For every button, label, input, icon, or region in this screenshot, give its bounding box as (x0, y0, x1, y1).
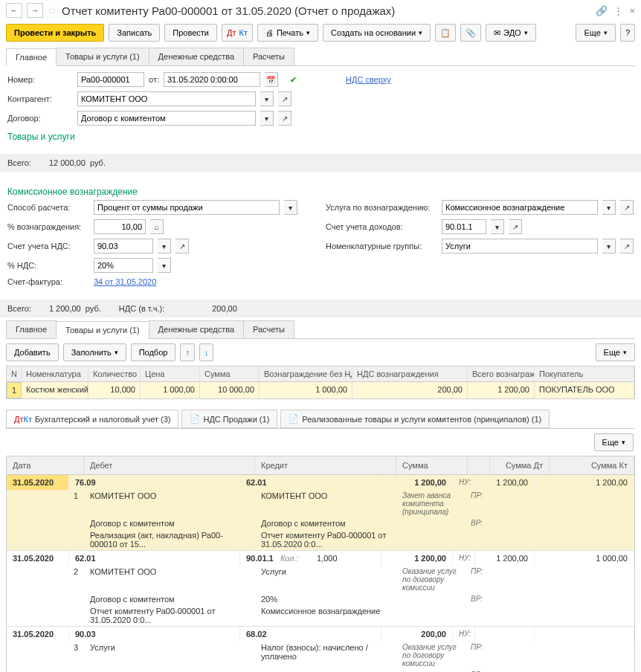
goods-total: 12 000,00 (49, 158, 86, 167)
move-up-button[interactable]: ↑ (180, 343, 195, 361)
income-acc-label: Счет учета доходов: (326, 222, 437, 231)
help-button[interactable]: ? (620, 24, 635, 42)
add-button[interactable]: Добавить (6, 343, 59, 361)
ledger-table: Дата Дебет Кредит Сумма Сумма Дт Сумма К… (6, 456, 635, 672)
grid-more-button[interactable]: Еще (596, 343, 635, 361)
tab-realized[interactable]: 📄 Реализованные товары и услуги комитент… (280, 410, 550, 428)
nom-group-input[interactable] (442, 239, 598, 253)
number-input[interactable] (77, 72, 144, 87)
post-button[interactable]: Провести (164, 24, 217, 42)
open-icon[interactable]: ↗ (278, 91, 291, 106)
counterparty-input[interactable] (77, 91, 256, 106)
table-row[interactable]: 1 Костюм женский 10,000 1 000,00 10 000,… (7, 382, 634, 398)
move-down-button[interactable]: ↓ (199, 343, 214, 361)
ledger-entry[interactable]: 31.05.2020 90.03 68.02 200,00 НУ: 3 Услу… (7, 627, 634, 672)
status-icon: ✔ (290, 75, 297, 85)
entry-date: 31.05.2020 (7, 627, 69, 642)
goods-total-label: Всего: (7, 158, 31, 167)
tab-calc[interactable]: Расчеты (243, 48, 294, 65)
nom-group-label: Номенклатурные группы: (326, 242, 437, 251)
vat-link[interactable]: НДС сверху (346, 75, 391, 84)
edo-button[interactable]: ✉ ЭДО (486, 24, 536, 42)
goods-grid: N Номенклатура Количество Цена Сумма Воз… (6, 366, 635, 399)
comm-total-label: Всего: (7, 304, 31, 313)
service-input[interactable] (442, 200, 598, 215)
tab-vat-sales[interactable]: 📄 НДС Продажи (1) (181, 410, 277, 428)
more-button[interactable]: Еще (576, 24, 615, 42)
tab-main-2[interactable]: Главное (6, 320, 57, 338)
nav-forward-button[interactable]: → (27, 3, 43, 18)
dropdown-icon[interactable]: ▾ (491, 219, 504, 234)
tab-goods-2[interactable]: Товары и услуги (1) (56, 321, 149, 339)
dt-kt-icon: ДтКт (14, 415, 32, 424)
from-label: от: (149, 75, 159, 84)
sheet-icon: 📄 (289, 414, 299, 424)
sheet-icon: 📄 (190, 414, 200, 424)
contract-input[interactable] (77, 111, 256, 126)
ledger-entry[interactable]: 31.05.2020 62.01 90.01.1 Кол.: 1,000 1 2… (7, 551, 634, 627)
dropdown-icon[interactable]: ▾ (260, 111, 274, 126)
invoice-label: Счет-фактура: (7, 277, 89, 286)
close-icon[interactable]: × (629, 5, 635, 16)
percent-input[interactable] (94, 219, 146, 234)
open-icon[interactable]: ↗ (509, 219, 522, 234)
open-icon[interactable]: ↗ (175, 239, 189, 253)
structure-button[interactable]: 📋 (435, 24, 456, 42)
ledger-entry[interactable]: 31.05.2020 76.09 62.01 1 200,00 НУ: 1 20… (7, 475, 634, 551)
calendar-icon[interactable]: 📅 (265, 72, 278, 87)
favorite-star-icon[interactable]: ☆ (48, 4, 57, 16)
attach-button[interactable]: 📎 (460, 24, 481, 42)
date-input[interactable] (164, 72, 260, 87)
service-label: Услуга по вознаграждению: (326, 203, 437, 212)
open-icon[interactable]: ↗ (620, 200, 634, 215)
entry-date: 31.05.2020 (7, 551, 69, 566)
dropdown-icon[interactable]: ▾ (602, 200, 616, 215)
fill-button[interactable]: Заполнить (63, 343, 126, 361)
contract-label: Договор: (7, 114, 73, 123)
comm-vat-label: НДС (в т.ч.): (119, 304, 164, 313)
percent-label: % вознаграждения: (7, 222, 89, 231)
income-acc-input[interactable] (442, 219, 486, 234)
open-icon[interactable]: ↗ (620, 239, 634, 253)
ledger-more-button[interactable]: Еще (594, 433, 634, 451)
tab-cash-2[interactable]: Денежные средства (149, 320, 244, 338)
nav-back-button[interactable]: ← (6, 3, 22, 18)
vat-rate-label: % НДС: (7, 261, 89, 270)
method-label: Способ расчета: (7, 203, 89, 212)
dropdown-icon[interactable]: ▾ (158, 258, 171, 273)
comm-vat: 200,00 (212, 304, 237, 313)
write-button[interactable]: Записать (109, 24, 160, 42)
method-input[interactable] (94, 200, 280, 215)
print-button[interactable]: 🖨 Печать (257, 24, 318, 42)
calc-icon[interactable]: ⌂ (150, 219, 164, 234)
counterparty-label: Контрагент: (7, 94, 73, 103)
commission-heading: Комиссионное вознаграждение (7, 187, 634, 197)
vat-acc-label: Счет учета НДС: (7, 242, 89, 251)
dropdown-icon[interactable]: ▾ (260, 91, 274, 106)
dropdown-icon[interactable]: ▾ (158, 239, 171, 253)
post-and-close-button[interactable]: Провести и закрыть (6, 24, 104, 42)
dt-kt-button[interactable]: ДтКт (222, 24, 253, 42)
open-icon[interactable]: ↗ (278, 111, 291, 126)
vat-rate-input[interactable] (94, 258, 153, 273)
tab-cash[interactable]: Денежные средства (149, 48, 244, 65)
tab-calc-2[interactable]: Расчеты (243, 320, 294, 338)
more-icon[interactable]: ⋮ (613, 5, 623, 16)
tab-main[interactable]: Главное (6, 48, 57, 66)
entry-date: 31.05.2020 (7, 475, 69, 490)
goods-heading: Товары и услуги (7, 132, 634, 142)
dropdown-icon[interactable]: ▾ (284, 200, 297, 215)
dropdown-icon[interactable]: ▾ (602, 239, 616, 253)
pick-button[interactable]: Подбор (131, 343, 176, 361)
create-based-button[interactable]: Создать на основании (323, 24, 431, 42)
page-title: Отчет комитенту Ра00-000001 от 31.05.202… (62, 4, 591, 17)
link-icon[interactable]: 🔗 (596, 5, 608, 16)
number-label: Номер: (7, 75, 73, 84)
tab-goods[interactable]: Товары и услуги (1) (56, 48, 149, 65)
vat-acc-input[interactable] (94, 239, 153, 253)
tab-accounting[interactable]: ДтКт Бухгалтерский и налоговый учет (3) (6, 410, 178, 428)
invoice-link[interactable]: 34 от 31.05.2020 (94, 277, 156, 286)
